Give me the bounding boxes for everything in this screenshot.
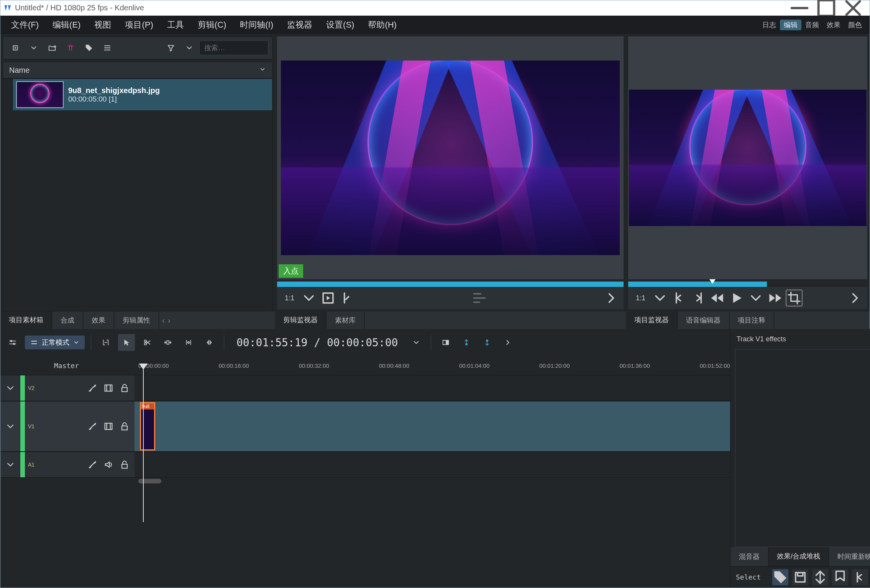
menu-help[interactable]: 帮助(H): [361, 16, 404, 34]
clip-monitor-inout-button[interactable]: [339, 290, 356, 306]
timeline-clip[interactable]: 9u8: [140, 402, 155, 450]
tab-effect-stack[interactable]: 效果/合成堆栈: [768, 547, 829, 566]
playhead[interactable]: [143, 369, 144, 522]
tab-library[interactable]: 素材库: [327, 311, 364, 329]
tab-project-monitor[interactable]: 项目监视器: [626, 311, 678, 329]
clip-monitor-more-icon[interactable]: [603, 290, 620, 306]
timecode-dropdown[interactable]: [408, 334, 425, 351]
filter-dropdown-icon[interactable]: [181, 39, 198, 56]
layout-log[interactable]: 日志: [758, 20, 780, 30]
razor-tool-button[interactable]: [139, 334, 156, 351]
selection-tool-button[interactable]: [118, 334, 135, 351]
tab-time-remap[interactable]: 时间重新映射: [829, 547, 870, 566]
insert-button[interactable]: [458, 334, 475, 351]
tab-clip-monitor[interactable]: 剪辑监视器: [275, 311, 327, 329]
collapse-icon[interactable]: [5, 459, 16, 470]
rewind-button[interactable]: [709, 290, 726, 306]
layout-effects[interactable]: 效果: [823, 20, 844, 30]
bin-list[interactable]: 9u8_net_shigjxedpsh.jpg 00:00:05:00 [1]: [3, 79, 272, 311]
track-compositing-button[interactable]: [97, 334, 114, 351]
timeline-ruler[interactable]: 00:00:00:00 00:00:16:00 00:00:32:00 00:0…: [135, 356, 730, 375]
project-monitor-ruler[interactable]: [628, 282, 867, 287]
add-clip-button[interactable]: [7, 39, 24, 56]
timecode-display[interactable]: 00:01:55:19 / 00:00:05:00: [230, 336, 404, 349]
menu-timeline[interactable]: 时间轴(I): [233, 16, 280, 34]
guide-button[interactable]: [852, 569, 868, 585]
master-track-label[interactable]: Master: [0, 356, 135, 375]
set-out-button[interactable]: [690, 290, 707, 306]
lock-icon[interactable]: [119, 421, 130, 432]
save-button[interactable]: [792, 569, 808, 585]
layout-audio[interactable]: 音频: [801, 20, 823, 30]
effects-icon[interactable]: [87, 421, 98, 432]
bin-column-header[interactable]: Name: [3, 62, 272, 79]
effects-stack-body[interactable]: [735, 349, 870, 547]
menu-monitor[interactable]: 监视器: [280, 16, 319, 34]
edit-mode-select[interactable]: 正常模式: [25, 336, 85, 349]
track-lane-v1[interactable]: 9u8: [135, 401, 730, 452]
tab-effects[interactable]: 效果: [83, 311, 114, 329]
menu-clip[interactable]: 剪辑(C): [191, 16, 233, 34]
zone-in-button[interactable]: [180, 334, 197, 351]
window-close-button[interactable]: [840, 0, 867, 16]
timeline-scrollbar[interactable]: [135, 478, 730, 485]
tab-compositions[interactable]: 合成: [52, 311, 83, 329]
track-header-a1[interactable]: A1: [0, 452, 135, 478]
crop-button[interactable]: [786, 290, 803, 306]
audio-icon[interactable]: [103, 459, 114, 470]
project-monitor-canvas[interactable]: [628, 36, 867, 279]
window-maximize-button[interactable]: [813, 0, 840, 16]
spacer-tool-button[interactable]: [159, 334, 176, 351]
lock-icon[interactable]: [119, 383, 130, 393]
tab-nav-right-icon[interactable]: ›: [168, 316, 171, 325]
video-icon[interactable]: [103, 383, 114, 393]
tab-mixer[interactable]: 混音器: [730, 547, 768, 566]
menu-tools[interactable]: 工具: [160, 16, 191, 34]
layout-edit[interactable]: 编辑: [780, 20, 801, 30]
play-button[interactable]: [728, 290, 745, 306]
timeline-tracks[interactable]: 00:00:00:00 00:00:16:00 00:00:32:00 00:0…: [135, 356, 730, 588]
tab-clip-properties[interactable]: 剪辑属性: [114, 311, 159, 329]
track-header-v2[interactable]: V2: [0, 375, 135, 401]
bin-search-input[interactable]: [199, 41, 268, 55]
track-header-v1[interactable]: V1: [0, 401, 135, 452]
clip-monitor-options-button[interactable]: [471, 290, 488, 306]
bin-item[interactable]: 9u8_net_shigjxedpsh.jpg 00:00:05:00 [1]: [13, 79, 272, 110]
proj-monitor-more-icon[interactable]: [847, 290, 863, 306]
set-in-button[interactable]: [671, 290, 688, 306]
lock-icon[interactable]: [119, 459, 130, 470]
effects-icon[interactable]: [87, 383, 98, 393]
add-folder-button[interactable]: [44, 39, 61, 56]
effects-icon[interactable]: [87, 459, 98, 470]
collapse-icon[interactable]: [5, 421, 16, 432]
menu-project[interactable]: 项目(P): [118, 16, 160, 34]
timeline-settings-button[interactable]: [4, 334, 21, 351]
menu-edit[interactable]: 编辑(E): [46, 16, 87, 34]
menu-settings[interactable]: 设置(S): [319, 16, 361, 34]
tab-project-notes[interactable]: 项目注释: [729, 311, 774, 329]
delete-clip-button[interactable]: [62, 39, 79, 56]
tab-project-bin[interactable]: 项目素材箱: [0, 311, 52, 329]
tab-voice-editor[interactable]: 语音编辑器: [678, 311, 729, 329]
layout-color[interactable]: 颜色: [844, 20, 866, 30]
track-lane-a1[interactable]: [135, 452, 730, 478]
play-dropdown[interactable]: [747, 290, 764, 306]
collapse-icon[interactable]: [5, 383, 16, 393]
tag-button[interactable]: [80, 39, 97, 56]
snap-button[interactable]: [812, 569, 828, 585]
menu-view[interactable]: 视图: [87, 16, 118, 34]
overwrite-button[interactable]: [437, 334, 454, 351]
proj-zoom-dropdown[interactable]: [652, 290, 668, 306]
video-icon[interactable]: [103, 421, 114, 432]
add-clip-dropdown-icon[interactable]: [25, 39, 42, 56]
track-lane-v2[interactable]: [135, 375, 730, 401]
filter-button[interactable]: [163, 39, 179, 56]
forward-button[interactable]: [767, 290, 783, 306]
menu-file[interactable]: 文件(F): [4, 16, 46, 34]
clip-monitor-ruler[interactable]: [277, 282, 624, 287]
timeline-more-icon[interactable]: [499, 334, 516, 351]
marker-button[interactable]: [832, 569, 848, 585]
clip-monitor-play-zone-button[interactable]: [320, 290, 337, 306]
tab-nav-left-icon[interactable]: ‹: [162, 316, 165, 325]
lift-button[interactable]: [479, 334, 496, 351]
